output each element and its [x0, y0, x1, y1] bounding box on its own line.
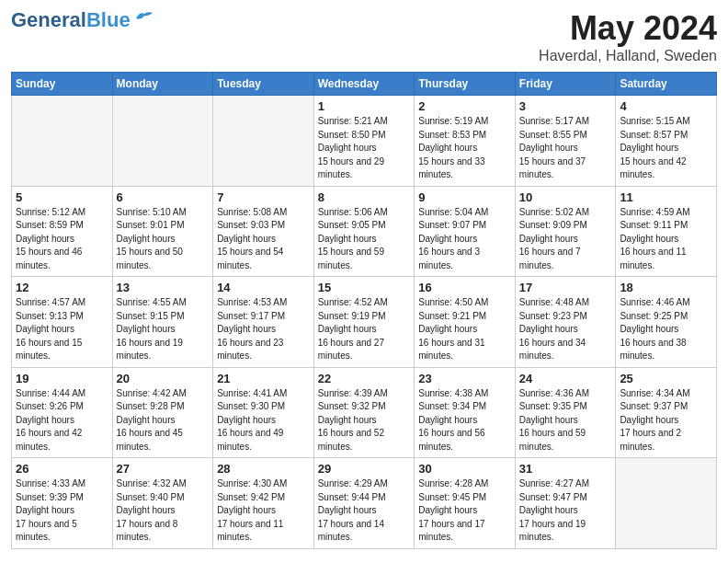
day-number: 10: [519, 190, 612, 204]
day-header-monday: Monday: [112, 73, 213, 96]
day-number: 23: [418, 372, 511, 385]
calendar-cell: 29Sunrise: 4:29 AMSunset: 9:44 PMDayligh…: [313, 458, 415, 549]
calendar-cell: 2Sunrise: 5:19 AMSunset: 8:53 PMDaylight…: [415, 96, 516, 187]
logo-text: GeneralBlue: [11, 9, 131, 31]
week-row-2: 5Sunrise: 5:12 AMSunset: 8:59 PMDaylight…: [12, 186, 717, 277]
day-number: 3: [519, 99, 612, 113]
cell-info: Sunrise: 4:50 AMSunset: 9:21 PMDaylight …: [418, 296, 511, 363]
calendar-cell: 12Sunrise: 4:57 AMSunset: 9:13 PMDayligh…: [12, 277, 113, 368]
day-header-sunday: Sunday: [12, 73, 113, 96]
day-number: 27: [117, 462, 210, 476]
cell-info: Sunrise: 5:19 AMSunset: 8:53 PMDaylight …: [418, 115, 511, 182]
cell-info: Sunrise: 5:12 AMSunset: 8:59 PMDaylight …: [16, 206, 108, 273]
calendar-cell: 6Sunrise: 5:10 AMSunset: 9:01 PMDaylight…: [112, 186, 213, 277]
calendar-cell: 11Sunrise: 4:59 AMSunset: 9:11 PMDayligh…: [616, 186, 717, 277]
calendar-cell: 30Sunrise: 4:28 AMSunset: 9:45 PMDayligh…: [415, 458, 516, 549]
calendar-cell: 19Sunrise: 4:44 AMSunset: 9:26 PMDayligh…: [12, 367, 113, 458]
calendar-cell: 24Sunrise: 4:36 AMSunset: 9:35 PMDayligh…: [515, 367, 616, 458]
cell-info: Sunrise: 4:46 AMSunset: 9:25 PMDaylight …: [620, 296, 712, 363]
day-number: 28: [217, 462, 310, 476]
calendar-cell: 18Sunrise: 4:46 AMSunset: 9:25 PMDayligh…: [616, 277, 717, 368]
day-number: 16: [418, 281, 511, 294]
cell-info: Sunrise: 5:17 AMSunset: 8:55 PMDaylight …: [519, 115, 612, 182]
calendar-cell: [616, 458, 717, 549]
calendar-cell: 4Sunrise: 5:15 AMSunset: 8:57 PMDaylight…: [616, 96, 717, 187]
day-number: 19: [16, 372, 108, 385]
logo-bird-icon: [134, 9, 154, 26]
day-number: 26: [16, 462, 108, 476]
cell-info: Sunrise: 4:57 AMSunset: 9:13 PMDaylight …: [16, 296, 108, 363]
day-header-wednesday: Wednesday: [313, 73, 415, 96]
cell-info: Sunrise: 4:52 AMSunset: 9:19 PMDaylight …: [318, 296, 411, 363]
calendar-cell: 8Sunrise: 5:06 AMSunset: 9:05 PMDaylight…: [313, 186, 415, 277]
calendar-cell: 10Sunrise: 5:02 AMSunset: 9:09 PMDayligh…: [515, 186, 616, 277]
day-number: 4: [620, 99, 712, 113]
day-number: 14: [217, 281, 310, 294]
cell-info: Sunrise: 5:02 AMSunset: 9:09 PMDaylight …: [519, 206, 612, 273]
day-number: 6: [117, 190, 210, 204]
day-number: 21: [217, 372, 310, 385]
page: GeneralBlue May 2024 Haverdal, Halland, …: [0, 0, 728, 558]
cell-info: Sunrise: 4:55 AMSunset: 9:15 PMDaylight …: [117, 296, 210, 363]
calendar-cell: 25Sunrise: 4:34 AMSunset: 9:37 PMDayligh…: [616, 367, 717, 458]
title-block: May 2024 Haverdal, Halland, Sweden: [539, 9, 717, 64]
calendar-cell: 27Sunrise: 4:32 AMSunset: 9:40 PMDayligh…: [112, 458, 213, 549]
day-number: 22: [318, 372, 411, 385]
cell-info: Sunrise: 5:06 AMSunset: 9:05 PMDaylight …: [318, 206, 411, 273]
cell-info: Sunrise: 4:41 AMSunset: 9:30 PMDaylight …: [217, 387, 310, 454]
cell-info: Sunrise: 5:21 AMSunset: 8:50 PMDaylight …: [318, 115, 411, 182]
day-number: 15: [318, 281, 411, 294]
day-number: 18: [620, 281, 712, 294]
cell-info: Sunrise: 4:39 AMSunset: 9:32 PMDaylight …: [318, 387, 411, 454]
calendar-cell: 23Sunrise: 4:38 AMSunset: 9:34 PMDayligh…: [415, 367, 516, 458]
cell-info: Sunrise: 4:29 AMSunset: 9:44 PMDaylight …: [318, 477, 411, 545]
cell-info: Sunrise: 5:04 AMSunset: 9:07 PMDaylight …: [418, 206, 511, 273]
calendar-cell: 22Sunrise: 4:39 AMSunset: 9:32 PMDayligh…: [313, 367, 415, 458]
day-number: 30: [418, 462, 511, 476]
day-number: 12: [16, 281, 108, 294]
day-number: 29: [318, 462, 411, 476]
calendar-cell: [112, 96, 213, 187]
location: Haverdal, Halland, Sweden: [539, 48, 717, 64]
logo: GeneralBlue: [11, 9, 154, 31]
day-number: 20: [117, 372, 210, 385]
calendar-cell: [12, 96, 113, 187]
week-row-5: 26Sunrise: 4:33 AMSunset: 9:39 PMDayligh…: [12, 458, 717, 549]
calendar-cell: 17Sunrise: 4:48 AMSunset: 9:23 PMDayligh…: [515, 277, 616, 368]
calendar-cell: [213, 96, 314, 187]
cell-info: Sunrise: 4:30 AMSunset: 9:42 PMDaylight …: [217, 477, 310, 545]
cell-info: Sunrise: 4:27 AMSunset: 9:47 PMDaylight …: [519, 477, 612, 545]
day-header-friday: Friday: [515, 73, 616, 96]
cell-info: Sunrise: 4:59 AMSunset: 9:11 PMDaylight …: [620, 206, 712, 273]
day-number: 11: [620, 190, 712, 204]
calendar-cell: 13Sunrise: 4:55 AMSunset: 9:15 PMDayligh…: [112, 277, 213, 368]
cell-info: Sunrise: 5:10 AMSunset: 9:01 PMDaylight …: [117, 206, 210, 273]
calendar-cell: 1Sunrise: 5:21 AMSunset: 8:50 PMDaylight…: [313, 96, 415, 187]
day-number: 13: [117, 281, 210, 294]
cell-info: Sunrise: 4:42 AMSunset: 9:28 PMDaylight …: [117, 387, 210, 454]
calendar-cell: 28Sunrise: 4:30 AMSunset: 9:42 PMDayligh…: [213, 458, 314, 549]
day-number: 25: [620, 372, 712, 385]
calendar-cell: 15Sunrise: 4:52 AMSunset: 9:19 PMDayligh…: [313, 277, 415, 368]
cell-info: Sunrise: 4:28 AMSunset: 9:45 PMDaylight …: [418, 477, 511, 545]
cell-info: Sunrise: 4:34 AMSunset: 9:37 PMDaylight …: [620, 387, 712, 454]
month-year: May 2024: [539, 9, 717, 48]
calendar-cell: 16Sunrise: 4:50 AMSunset: 9:21 PMDayligh…: [415, 277, 516, 368]
day-number: 8: [318, 190, 411, 204]
week-row-3: 12Sunrise: 4:57 AMSunset: 9:13 PMDayligh…: [12, 277, 717, 368]
day-number: 5: [16, 190, 108, 204]
calendar-cell: 14Sunrise: 4:53 AMSunset: 9:17 PMDayligh…: [213, 277, 314, 368]
day-number: 1: [318, 99, 411, 113]
day-number: 9: [418, 190, 511, 204]
calendar-cell: 31Sunrise: 4:27 AMSunset: 9:47 PMDayligh…: [515, 458, 616, 549]
calendar-cell: 9Sunrise: 5:04 AMSunset: 9:07 PMDaylight…: [415, 186, 516, 277]
day-number: 2: [418, 99, 511, 113]
cell-info: Sunrise: 5:15 AMSunset: 8:57 PMDaylight …: [620, 115, 712, 182]
day-header-thursday: Thursday: [415, 73, 516, 96]
day-number: 7: [217, 190, 310, 204]
calendar-table: SundayMondayTuesdayWednesdayThursdayFrid…: [11, 72, 717, 549]
calendar-cell: 20Sunrise: 4:42 AMSunset: 9:28 PMDayligh…: [112, 367, 213, 458]
cell-info: Sunrise: 4:33 AMSunset: 9:39 PMDaylight …: [16, 477, 108, 545]
calendar-cell: 5Sunrise: 5:12 AMSunset: 8:59 PMDaylight…: [12, 186, 113, 277]
cell-info: Sunrise: 5:08 AMSunset: 9:03 PMDaylight …: [217, 206, 310, 273]
